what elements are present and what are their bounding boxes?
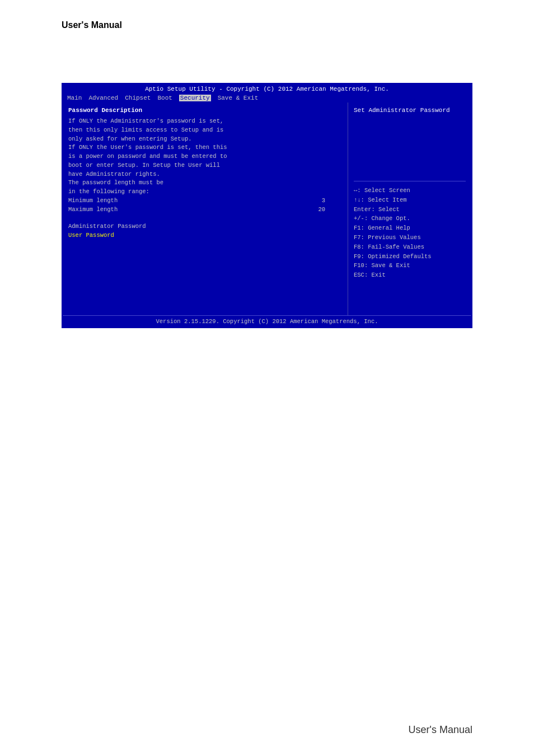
help-f10: F10: Save & Exit [354,261,466,270]
help-select-item: ↑↓: Select Item [354,195,466,205]
bios-footer: Version 2.15.1229. Copyright (C) 2012 Am… [63,315,471,327]
min-row: Minimum length 3 [68,197,342,206]
help-select-screen: ↔: Select Screen [354,186,466,195]
bios-window: Aptio Setup Utility - Copyright (C) 2012… [62,83,472,328]
menu-advanced[interactable]: Advanced [88,95,118,101]
max-value: 20 [318,206,325,214]
set-admin-label: Set Administrator Password [354,107,466,114]
max-label: Maximum length [68,206,118,214]
desc-line-3: only asked for when entering Setup. [68,135,342,144]
menu-boot[interactable]: Boot [157,95,172,101]
desc-line-4: If ONLY the User's password is set, then… [68,143,342,152]
help-divider-area: ↔: Select Screen ↑↓: Select Item Enter: … [354,181,466,280]
help-enter: Enter: Select [354,205,466,214]
min-value: 3 [322,197,325,206]
admin-password-item[interactable]: Administrator Password [68,223,342,230]
menu-chipset[interactable]: Chipset [125,95,151,101]
desc-line-7: have Administrator rights. [68,170,342,179]
max-row: Maximum length 20 [68,206,342,214]
menu-save-exit[interactable]: Save & Exit [218,95,259,101]
desc-line-9: in the following range: [68,188,342,197]
help-esc: ESC: Exit [354,270,466,280]
menu-main[interactable]: Main [67,95,82,101]
user-password-item[interactable]: User Password [68,232,342,239]
bios-left-panel: Password Description If ONLY the Adminis… [63,102,348,315]
bios-menu-bar[interactable]: Main Advanced Chipset Boot Security Save… [63,94,471,102]
help-section: ↔: Select Screen ↑↓: Select Item Enter: … [354,186,466,280]
description-text: If ONLY the Administrator's password is … [68,117,342,214]
menu-security[interactable]: Security [179,95,211,101]
desc-line-5: is a power on password and must be enter… [68,152,342,161]
min-label: Minimum length [68,197,118,206]
desc-line-8: The password length must be [68,179,342,188]
section-header: Password Description [68,107,342,114]
help-f8: F8: Fail-Safe Values [354,242,466,252]
desc-line-2: then this only limits access to Setup an… [68,126,342,135]
help-f1: F1: General Help [354,223,466,233]
desc-line-6: boot or enter Setup. In Setup the User w… [68,161,342,170]
help-change-opt: +/-: Change Opt. [354,214,466,223]
help-f7: F7: Previous Values [354,233,466,242]
help-f9: F9: Optimized Defaults [354,252,466,262]
bios-right-panel: Set Administrator Password ↔: Select Scr… [348,102,471,315]
bios-title-bar: Aptio Setup Utility - Copyright (C) 2012… [63,84,471,94]
page-title: User's Manual [62,20,122,30]
desc-line-1: If ONLY the Administrator's password is … [68,117,342,126]
password-entries: Administrator Password User Password [68,223,342,239]
footer-manual: User's Manual [409,724,472,736]
bios-body: Password Description If ONLY the Adminis… [63,102,471,315]
